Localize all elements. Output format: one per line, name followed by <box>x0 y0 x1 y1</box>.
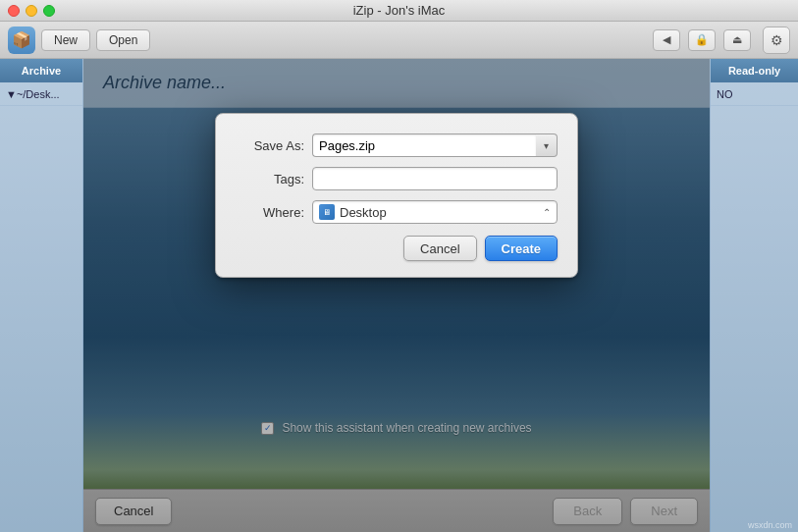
toolbar-right: ◀ 🔒 ⏏ <box>653 29 751 51</box>
app-window: iZip - Jon's iMac 📦 New Open ◀ 🔒 ⏏ ⚙ Arc… <box>0 0 798 532</box>
toolbar: 📦 New Open ◀ 🔒 ⏏ ⚙ <box>0 22 798 59</box>
save-as-label: Save As: <box>236 138 304 153</box>
sidebar-row: ▼ ~/Desk... <box>0 82 82 106</box>
save-dialog: Save As: ▾ Tags: <box>215 113 578 278</box>
watermark: wsxdn.com <box>748 520 792 530</box>
right-panel-row: NO <box>711 82 798 106</box>
tags-input[interactable] <box>312 167 558 190</box>
dropdown-arrow-icon: ▾ <box>544 140 549 151</box>
minimize-button[interactable] <box>26 5 37 17</box>
eject-button[interactable]: ⏏ <box>723 29 751 51</box>
window-title: iZip - Jon's iMac <box>353 3 446 18</box>
sidebar-row-icon: ▼ <box>6 88 17 100</box>
tags-row: Tags: <box>236 167 558 190</box>
title-bar-buttons <box>8 5 55 17</box>
where-label: Where: <box>236 205 304 220</box>
title-bar: iZip - Jon's iMac <box>0 0 798 22</box>
dialog-buttons: Cancel Create <box>236 236 558 261</box>
desktop-icon: 🖥 <box>319 204 335 220</box>
back-nav-button[interactable]: ◀ <box>653 29 680 51</box>
save-as-dropdown-button[interactable]: ▾ <box>536 133 558 157</box>
right-panel: Read-only NO <box>710 59 798 532</box>
where-row: Where: 🖥 Desktop ⌃ <box>236 200 558 224</box>
tags-label: Tags: <box>236 172 304 186</box>
new-button[interactable]: New <box>41 29 90 51</box>
where-arrow-icon: ⌃ <box>543 207 551 218</box>
app-icon: 📦 <box>8 27 35 54</box>
close-button[interactable] <box>8 5 20 17</box>
sidebar: Archive ▼ ~/Desk... <box>0 59 83 532</box>
sidebar-row-text: ~/Desk... <box>17 88 60 100</box>
center-content: Archive name... Please specify a name an… <box>83 59 710 532</box>
save-as-row: Save As: ▾ <box>236 133 558 157</box>
save-as-input[interactable] <box>312 133 536 157</box>
lock-button[interactable]: 🔒 <box>688 29 716 51</box>
save-as-wrapper: ▾ <box>312 133 558 157</box>
dialog-cancel-button[interactable]: Cancel <box>403 236 476 261</box>
dialog-overlay: Save As: ▾ Tags: <box>83 59 710 532</box>
dialog-create-button[interactable]: Create <box>485 236 558 261</box>
sidebar-archive-header: Archive <box>0 59 82 82</box>
gear-button[interactable]: ⚙ <box>763 27 790 54</box>
right-panel-header: Read-only <box>711 59 798 82</box>
maximize-button[interactable] <box>43 5 55 17</box>
where-select[interactable]: 🖥 Desktop ⌃ <box>312 200 558 224</box>
where-value-text: Desktop <box>340 205 543 220</box>
open-button[interactable]: Open <box>96 29 150 51</box>
main-content: Archive ▼ ~/Desk... Archive name... Plea… <box>0 59 798 532</box>
read-only-value: NO <box>717 88 733 100</box>
